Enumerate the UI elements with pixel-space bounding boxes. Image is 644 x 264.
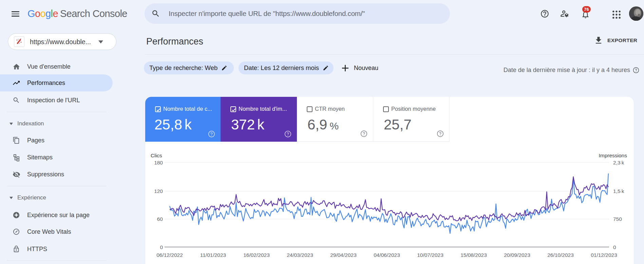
svg-text:26/10/2023: 26/10/2023: [547, 252, 574, 258]
svg-text:15/08/2023: 15/08/2023: [460, 252, 487, 258]
svg-text:06/12/2022: 06/12/2022: [156, 252, 183, 258]
svg-text:750: 750: [613, 216, 622, 222]
svg-text:16/02/2023: 16/02/2023: [243, 252, 270, 258]
svg-text:Clics: Clics: [151, 153, 162, 158]
svg-text:29/04/2023: 29/04/2023: [330, 252, 357, 258]
svg-text:20/09/2023: 20/09/2023: [504, 252, 530, 258]
svg-text:120: 120: [154, 188, 163, 194]
svg-text:180: 180: [154, 160, 163, 165]
svg-text:0: 0: [613, 244, 616, 250]
svg-text:04/06/2023: 04/06/2023: [374, 252, 400, 258]
svg-text:10/07/2023: 10/07/2023: [417, 252, 443, 258]
svg-text:0: 0: [160, 244, 163, 250]
svg-text:Impressions: Impressions: [599, 153, 627, 158]
svg-text:11/01/2023: 11/01/2023: [200, 252, 226, 258]
svg-text:60: 60: [157, 216, 163, 222]
svg-text:24/03/2023: 24/03/2023: [287, 252, 313, 258]
svg-text:01/12/2023: 01/12/2023: [591, 252, 617, 258]
svg-text:2,3 k: 2,3 k: [613, 160, 624, 165]
svg-text:1,5 k: 1,5 k: [613, 188, 624, 194]
